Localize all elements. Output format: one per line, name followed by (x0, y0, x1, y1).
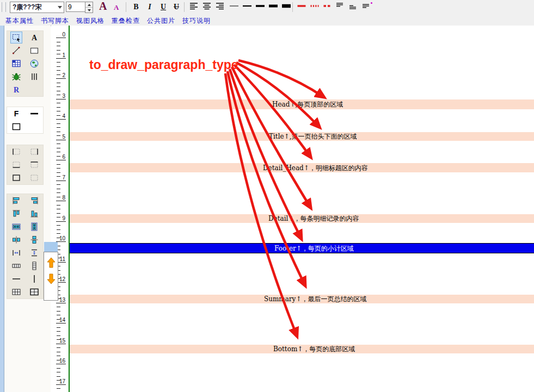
red-dotted-line-button[interactable] (308, 1, 321, 13)
align-text-bottom-button[interactable] (346, 1, 359, 13)
font-size-spinner[interactable] (85, 2, 93, 13)
center-horizontal-icon[interactable] (10, 234, 22, 246)
toolbox-row (7, 207, 43, 220)
select-tool-icon[interactable] (10, 32, 22, 43)
rect-tool-icon[interactable] (28, 45, 40, 57)
line-tool-icon[interactable] (10, 45, 22, 57)
toolbox-row (7, 145, 43, 158)
ruler-tick (57, 152, 60, 152)
center-vertical-icon[interactable] (28, 234, 40, 246)
ruler-tick (56, 160, 66, 160)
band-label: Head↑,每页顶部的区域 (272, 100, 343, 109)
border-none-icon[interactable] (28, 172, 40, 184)
line-weight-4-button[interactable] (267, 1, 280, 13)
tab-overlap-check[interactable]: 重叠检查 (112, 16, 140, 26)
image-tool-icon[interactable] (28, 58, 40, 70)
move-band-up-button[interactable] (46, 257, 56, 269)
ruler-tick (57, 352, 60, 352)
toolbox-row (7, 220, 43, 233)
align-text-left-button[interactable] (187, 1, 200, 13)
band-label: Detail_Head↑，明细标题区的内容 (263, 163, 368, 172)
line-weight-5-button[interactable] (280, 1, 293, 13)
line-weight-1-button[interactable] (228, 1, 241, 13)
red-dashed-line-button[interactable] (321, 1, 334, 13)
spinner-down-icon[interactable] (85, 8, 93, 13)
grid-icon[interactable] (10, 286, 22, 298)
border-left-icon[interactable] (10, 146, 22, 158)
same-width-icon[interactable] (10, 221, 22, 233)
line-weight-2-button[interactable] (241, 1, 254, 13)
border-all-icon[interactable] (10, 172, 22, 184)
align-left-icon[interactable] (10, 195, 22, 207)
ruler-tick (56, 119, 66, 120)
bold-button[interactable]: B (131, 2, 142, 13)
band-head[interactable]: Head↑,每页顶部的区域 (70, 99, 534, 109)
design-canvas[interactable]: Head↑,每页顶部的区域Title↑,第一页抬头下面的区域Detail_Hea… (70, 26, 534, 392)
align-text-top-button[interactable] (333, 1, 346, 13)
border-bottom-icon[interactable] (10, 159, 22, 171)
ruler-tick (57, 42, 60, 42)
ruler-number: 1 (51, 52, 65, 58)
bug-tool-icon[interactable] (10, 71, 22, 83)
align-text-right-button[interactable] (213, 1, 226, 13)
same-height-icon[interactable] (28, 221, 40, 233)
shrink-font-button[interactable]: A (114, 3, 119, 12)
tab-shared-images[interactable]: 公共图片 (147, 16, 175, 26)
tab-tips[interactable]: 技巧说明 (182, 16, 211, 26)
align-bottom-icon[interactable] (28, 208, 40, 220)
hline-style-icon[interactable] (28, 108, 40, 120)
table-borders-icon[interactable] (28, 286, 40, 298)
band-footer[interactable]: Footer↑，每页的小计区域 (70, 243, 534, 253)
ruler-tick (57, 46, 60, 46)
tab-view-style[interactable]: 视图风格 (76, 16, 105, 26)
band-summary[interactable]: Summary↑，最后一页总结的区域 (70, 295, 534, 303)
text-tool-icon[interactable]: A (28, 32, 40, 43)
tab-basic-properties[interactable]: 基本属性 (5, 16, 34, 26)
italic-button[interactable]: I (144, 2, 155, 13)
align-top-icon[interactable] (10, 208, 22, 220)
align-right-icon[interactable] (28, 195, 40, 207)
dock-strip[interactable] (0, 26, 4, 392)
strikethrough-button[interactable]: U (171, 2, 182, 13)
rtf-tool-icon[interactable]: R (10, 84, 22, 96)
line-weight-3-button[interactable] (254, 1, 267, 13)
red-solid-line-button[interactable] (295, 1, 308, 13)
horizontal-line-icon[interactable] (10, 273, 22, 285)
toolbox-row (7, 285, 43, 298)
bold-f-icon[interactable]: F (10, 108, 22, 120)
ruler-tick (56, 323, 66, 323)
band-detail-head[interactable]: Detail_Head↑，明细标题区的内容 (70, 163, 534, 172)
columns-icon[interactable] (28, 260, 40, 272)
band-bottom[interactable]: Bottom↑，每页的底部区域 (70, 345, 534, 353)
ruler-number: 0 (51, 32, 65, 38)
vertical-lines-tool-icon[interactable] (28, 71, 40, 83)
band-detail[interactable]: Detail↑，每条明细记录的内容 (70, 214, 534, 223)
toolbox-spacer (28, 121, 40, 133)
ruler-tick (56, 78, 66, 79)
ruler-tick (57, 368, 60, 369)
band-title[interactable]: Title↑,第一页抬头下面的区域 (70, 132, 534, 141)
rows-icon[interactable] (10, 260, 22, 272)
ruler-number: 10 (51, 235, 65, 241)
underline-button[interactable]: U (158, 2, 169, 13)
tab-write-script[interactable]: 书写脚本 (41, 16, 69, 26)
font-color-button[interactable]: A (99, 0, 107, 13)
spinner-up-icon[interactable] (85, 2, 93, 8)
ruler-number: 4 (51, 113, 65, 119)
space-horizontal-icon[interactable] (10, 247, 22, 259)
vertical-line-icon[interactable] (28, 273, 40, 285)
align-text-center-button[interactable] (200, 1, 213, 13)
band-label: Bottom↑，每页的底部区域 (273, 345, 355, 354)
toolbox-row: F (7, 107, 43, 120)
border-top-icon[interactable] (28, 159, 40, 171)
border-right-icon[interactable] (28, 146, 40, 158)
space-vertical-icon[interactable] (28, 247, 40, 259)
move-band-down-button[interactable] (46, 273, 56, 285)
frame-style-icon[interactable] (10, 121, 22, 133)
ruler-tick (56, 221, 66, 222)
font-size-input[interactable] (66, 2, 86, 12)
toolbar-grip[interactable] (2, 2, 6, 12)
line-weight-2-icon (242, 1, 252, 13)
table-tool-icon[interactable] (10, 58, 22, 70)
font-family-select[interactable]: ?康???宋 (10, 2, 64, 13)
